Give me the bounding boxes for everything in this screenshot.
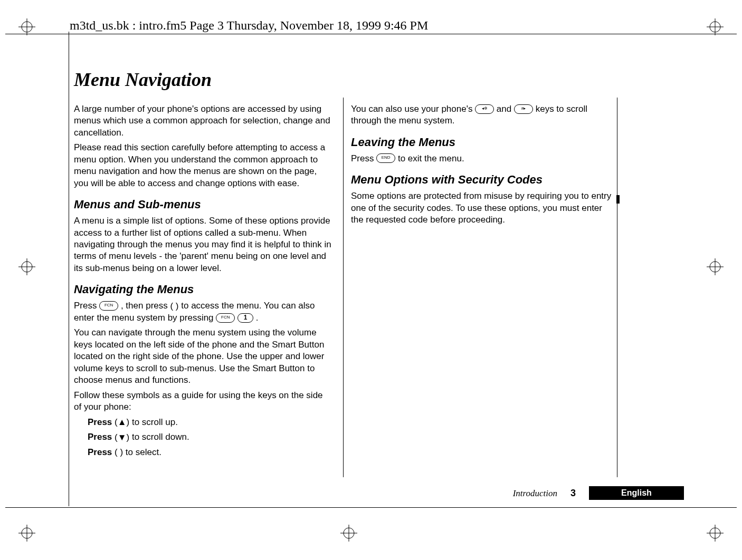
volume-up-key-icon: (▲)	[115, 417, 129, 428]
body-text: Press END to exit the menu.	[351, 153, 615, 165]
text: You can also use your phone's	[351, 104, 475, 114]
rule-left	[69, 32, 69, 506]
registration-mark-icon	[18, 258, 35, 275]
footer-language-badge: English	[589, 486, 684, 500]
text: , then press	[121, 301, 170, 311]
one-key-icon: 1	[237, 313, 253, 323]
smart-button-key-icon: ( )	[115, 447, 123, 458]
column-left: A large number of your phone's options a…	[74, 100, 332, 462]
footer-section: Introduction	[513, 488, 557, 499]
rule-top	[5, 34, 737, 34]
text: to scroll down.	[132, 432, 189, 442]
star-key-icon: ◂✲	[475, 104, 494, 114]
list-item: Press (▲) to scroll up.	[88, 417, 332, 429]
body-text: You can also use your phone's ◂✲ and #▸ …	[351, 103, 615, 127]
text: to exit the menu.	[398, 153, 464, 163]
text: to scroll up.	[132, 417, 178, 427]
registration-mark-icon	[707, 258, 724, 275]
text: Press	[74, 301, 99, 311]
text: to select.	[126, 447, 161, 457]
body-text: A menu is a simple list of options. Some…	[74, 215, 332, 274]
press-label: Press	[88, 417, 112, 427]
body-text: Press FCN , then press ( ) to access the…	[74, 300, 332, 324]
change-bar-icon	[616, 195, 620, 204]
end-key-icon: END	[376, 153, 395, 163]
body-text: Please read this section carefully befor…	[74, 142, 332, 189]
press-label: Press	[88, 432, 112, 442]
registration-mark-icon	[707, 18, 724, 35]
side-key-icon: ( )	[170, 301, 178, 312]
rule-bottom	[5, 507, 737, 508]
list-item: Press (▼) to scroll down.	[88, 431, 332, 443]
text: and	[497, 104, 514, 114]
rule-right	[617, 98, 617, 477]
fcn-key-icon: FCN	[99, 301, 118, 311]
body-text: Follow these symbols as a guide for usin…	[74, 390, 332, 413]
fcn-key-icon: FCN	[216, 313, 235, 323]
list-item: Press ( ) to select.	[88, 447, 332, 459]
page-title: Menu Navigation	[74, 69, 212, 91]
column-divider	[343, 98, 344, 477]
registration-mark-icon	[18, 525, 35, 542]
volume-down-key-icon: (▼)	[115, 432, 129, 443]
document-header: m3td_us.bk : intro.fm5 Page 3 Thursday, …	[70, 18, 428, 33]
body-text: Some options are protected from misuse b…	[351, 190, 615, 226]
page-footer: Introduction 3 English	[74, 487, 742, 502]
registration-mark-icon	[18, 18, 35, 35]
body-text: You can navigate through the menu system…	[74, 327, 332, 386]
heading-security: Menu Options with Security Codes	[351, 172, 615, 187]
heading-leaving: Leaving the Menus	[351, 134, 615, 150]
column-right: You can also use your phone's ◂✲ and #▸ …	[351, 100, 615, 229]
registration-mark-icon	[707, 525, 724, 542]
heading-navigating: Navigating the Menus	[74, 282, 332, 297]
heading-menus: Menus and Sub-menus	[74, 197, 332, 212]
press-label: Press	[88, 447, 112, 457]
hash-key-icon: #▸	[514, 104, 533, 114]
registration-mark-icon	[340, 525, 357, 542]
body-text: A large number of your phone's options a…	[74, 103, 332, 139]
text: .	[256, 313, 259, 323]
footer-page-number: 3	[570, 488, 576, 499]
text: Press	[351, 153, 376, 163]
page: m3td_us.bk : intro.fm5 Page 3 Thursday, …	[0, 0, 742, 560]
